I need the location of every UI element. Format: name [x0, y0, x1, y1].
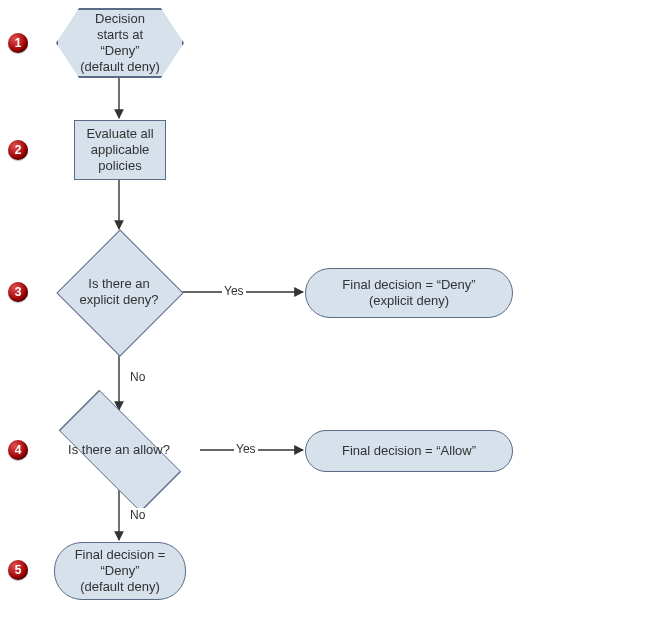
- node-final-allow-label: Final decision = “Allow”: [336, 439, 482, 463]
- node-start-default-deny: Decisionstarts at“Deny”(default deny): [56, 8, 184, 78]
- node-allow-label: Is there an allow?: [68, 442, 170, 458]
- node-final-allow: Final decision = “Allow”: [305, 430, 513, 472]
- edge-label-no-2: No: [128, 508, 147, 522]
- node-evaluate-label: Evaluate allapplicablepolicies: [80, 122, 159, 179]
- edge-label-yes-1: Yes: [222, 284, 246, 298]
- node-final-default-deny: Final decision =“Deny”(default deny): [54, 542, 186, 600]
- step-badge-2: 2: [8, 140, 28, 160]
- edge-label-no-1: No: [128, 370, 147, 384]
- step-badge-3: 3: [8, 282, 28, 302]
- node-explicit-deny-question: Is there anexplicit deny?: [56, 229, 182, 355]
- node-allow-question: Is there an allow?: [38, 410, 200, 490]
- step-badge-4: 4: [8, 440, 28, 460]
- node-final-explicit-deny: Final decision = “Deny”(explicit deny): [305, 268, 513, 318]
- step-badge-5: 5: [8, 560, 28, 580]
- edge-label-yes-2: Yes: [234, 442, 258, 456]
- node-final-default-deny-label: Final decision =“Deny”(default deny): [69, 543, 172, 600]
- node-evaluate-policies: Evaluate allapplicablepolicies: [74, 120, 166, 180]
- node-explicit-deny-label: Is there anexplicit deny?: [80, 276, 159, 309]
- step-badge-1: 1: [8, 33, 28, 53]
- node-start-label: Decisionstarts at“Deny”(default deny): [74, 7, 166, 80]
- node-final-explicit-deny-label: Final decision = “Deny”(explicit deny): [336, 273, 481, 314]
- flowchart-canvas: 1 2 3 4 5 Decisionstarts at“Deny”(defaul…: [0, 0, 661, 618]
